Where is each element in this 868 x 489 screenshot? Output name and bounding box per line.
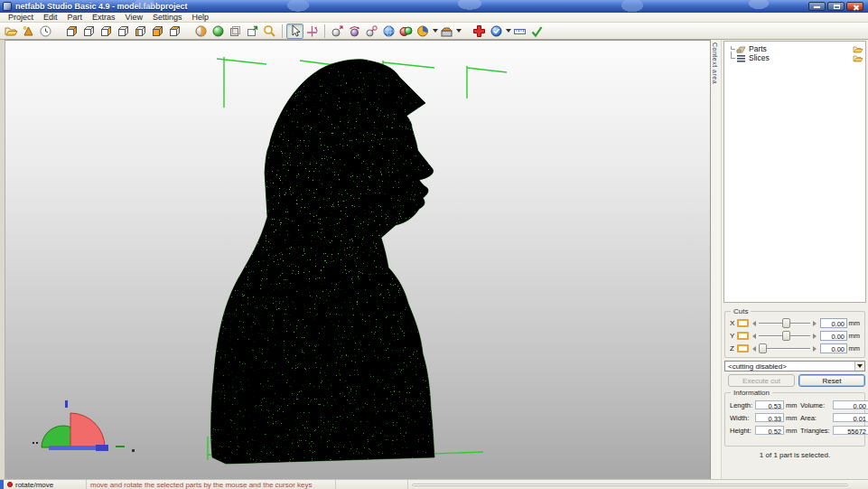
parts-tree: Parts Slices xyxy=(723,41,866,303)
view-bottom-icon[interactable] xyxy=(149,24,166,39)
move-rotate-icon[interactable] xyxy=(303,24,321,39)
cut-y-slider[interactable] xyxy=(752,331,817,341)
selection-status: 1 of 1 part is selected. xyxy=(722,451,868,459)
cut-z-slider-thumb[interactable] xyxy=(759,343,767,353)
cut-x-value-field[interactable]: 0.00 xyxy=(820,318,847,328)
reset-button[interactable]: Reset xyxy=(798,374,865,387)
status-mode-segment: rotate/move xyxy=(4,480,87,489)
viewport-canvas xyxy=(5,41,710,480)
triangles-label: Triangles: xyxy=(800,427,833,435)
automatic-repair-icon[interactable] xyxy=(488,24,505,39)
info-row-3: Height: 0.52 mm Triangles: 55672 xyxy=(730,425,861,436)
load-parts-folder-icon[interactable] xyxy=(853,45,863,53)
menu-settings[interactable]: Settings xyxy=(148,13,187,22)
window-title: netfabb Studio Basic 4.9 - model.fabbpro… xyxy=(15,2,808,11)
slider-left-arrow-icon[interactable] xyxy=(752,334,756,339)
shading-solid-icon[interactable] xyxy=(192,24,210,39)
shading-smooth-icon[interactable] xyxy=(210,24,227,39)
tree-item-parts[interactable]: Parts xyxy=(728,44,863,53)
part-scale-icon[interactable] xyxy=(363,24,380,39)
cutting-mode-value: <cutting disabled> xyxy=(725,362,854,371)
slider-left-arrow-icon[interactable] xyxy=(752,321,756,326)
cut-y-value-field[interactable]: 0.00 xyxy=(820,331,847,341)
volume-label: Volume: xyxy=(800,401,833,409)
close-button[interactable] xyxy=(846,2,863,11)
part-rotate-icon[interactable] xyxy=(346,24,363,39)
apply-icon[interactable] xyxy=(528,24,546,39)
menu-view[interactable]: View xyxy=(121,13,147,22)
cut-x-slider[interactable] xyxy=(752,318,817,328)
status-mode-label: rotate/move xyxy=(15,481,53,489)
status-bar: rotate/move move and rotate the selected… xyxy=(0,479,868,489)
menu-bar: Project Edit Part Extras View Settings H… xyxy=(0,13,868,23)
cut-x-checkbox[interactable] xyxy=(737,319,749,327)
repair-icon[interactable] xyxy=(471,24,488,39)
cut-y-slider-thumb[interactable] xyxy=(782,331,790,341)
information-group: Information Length: 0.53 mm Volume: 0.00… xyxy=(724,392,865,447)
platform-icon[interactable] xyxy=(438,24,455,39)
status-progress-groove[interactable] xyxy=(412,484,848,486)
bust-model[interactable] xyxy=(211,60,434,464)
part-move-icon[interactable] xyxy=(329,24,346,39)
cut-x-unit: mm xyxy=(847,319,860,327)
slider-left-arrow-icon[interactable] xyxy=(752,346,756,352)
slices-icon xyxy=(736,54,746,62)
menu-extras[interactable]: Extras xyxy=(88,13,120,22)
import-part-icon[interactable] xyxy=(20,24,37,39)
maximize-button[interactable] xyxy=(827,2,845,11)
tree-item-slices[interactable]: Slices xyxy=(728,53,863,62)
compare-parts-icon[interactable] xyxy=(397,24,415,39)
dropdown-arrow-button[interactable] xyxy=(854,362,864,371)
cut-z-value-field[interactable]: 0.00 xyxy=(820,343,847,353)
cut-row-x: X 0.00 mm xyxy=(730,317,860,329)
view-right-icon[interactable] xyxy=(98,24,115,39)
execute-cut-button[interactable]: Execute cut xyxy=(728,374,795,387)
cut-z-slider[interactable] xyxy=(752,343,817,353)
viewport-3d[interactable] xyxy=(5,40,710,479)
length-label: Length: xyxy=(730,401,755,409)
minimize-button[interactable] xyxy=(808,2,826,11)
load-slices-folder-icon[interactable] xyxy=(853,54,863,62)
origin-axis-indicator xyxy=(33,400,135,452)
view-back-icon[interactable] xyxy=(115,24,132,39)
platform-dropdown-icon[interactable] xyxy=(456,29,462,33)
history-icon[interactable] xyxy=(37,24,54,39)
height-label: Height: xyxy=(730,427,755,435)
cutting-mode-select[interactable]: <cutting disabled> xyxy=(724,361,865,371)
analysis-icon[interactable] xyxy=(415,24,432,39)
menu-help[interactable]: Help xyxy=(187,13,213,22)
width-unit: mm xyxy=(786,414,800,422)
menu-part[interactable]: Part xyxy=(63,13,88,22)
cut-x-slider-thumb[interactable] xyxy=(782,318,790,328)
menu-project[interactable]: Project xyxy=(4,13,38,22)
view-left-icon[interactable] xyxy=(132,24,149,39)
cut-y-checkbox[interactable] xyxy=(737,332,749,340)
bounding-box-icon[interactable] xyxy=(227,24,244,39)
mesh-view-icon[interactable] xyxy=(380,24,397,39)
view-iso-icon[interactable] xyxy=(63,24,80,39)
slider-right-arrow-icon[interactable] xyxy=(813,321,817,326)
measure-icon[interactable] xyxy=(511,24,528,39)
context-area-tab[interactable]: Context area xyxy=(711,40,722,479)
cut-z-unit: mm xyxy=(847,344,860,353)
view-top-icon[interactable] xyxy=(166,24,183,39)
slider-right-arrow-icon[interactable] xyxy=(813,334,817,339)
title-bar[interactable]: netfabb Studio Basic 4.9 - model.fabbpro… xyxy=(0,0,868,13)
tree-item-label: Slices xyxy=(749,53,853,62)
context-panel: Context area Parts Slices xyxy=(710,40,868,479)
length-unit: mm xyxy=(786,401,800,409)
menu-edit[interactable]: Edit xyxy=(39,13,62,22)
view-front-icon[interactable] xyxy=(80,24,98,39)
cuts-group: Cuts X 0.00 mm Y xyxy=(724,311,865,358)
zoom-icon[interactable] xyxy=(261,24,278,39)
width-value: 0.33 xyxy=(755,413,784,422)
slider-right-arrow-icon[interactable] xyxy=(813,346,817,352)
maximize-icon xyxy=(834,5,840,9)
fit-view-icon[interactable] xyxy=(244,24,261,39)
context-area-tab-label: Context area xyxy=(712,42,718,84)
tree-connector xyxy=(728,44,736,53)
open-project-icon[interactable] xyxy=(3,24,20,39)
select-cursor-icon[interactable] xyxy=(286,24,303,39)
chevron-down-icon xyxy=(857,364,863,368)
cut-z-checkbox[interactable] xyxy=(737,344,749,353)
